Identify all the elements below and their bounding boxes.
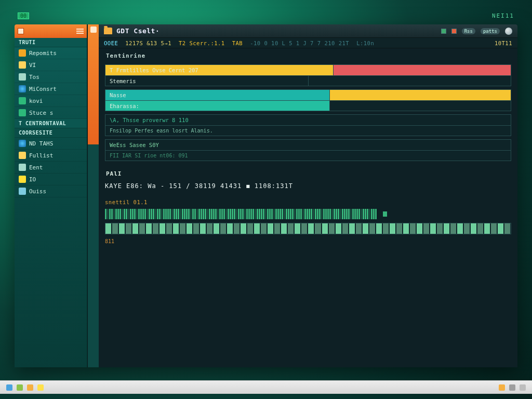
folder-icon xyxy=(19,61,26,69)
tab-label[interactable]: TAB xyxy=(232,40,243,46)
doc-icon xyxy=(19,164,26,171)
content-area: Tentinrine T Frmtlilles Ovse Cernt 207 S… xyxy=(99,48,517,367)
gutter-icon xyxy=(90,26,97,33)
line-text: Fnsilop Perfes easn losrt Alanis. xyxy=(105,125,511,136)
task-icon[interactable] xyxy=(37,384,44,391)
sidebar-item-eent[interactable]: Eent xyxy=(15,162,87,174)
panel-3: \A, Thsse proverwr 8 110 Fnsilop Perfes … xyxy=(105,114,511,136)
panel-1: T Frmtlilles Ovse Cernt 207 Stemeris xyxy=(105,64,511,86)
sidebar: Truti Repomits VI Tos MiConsrt kovi Stuc… xyxy=(15,24,87,367)
panel-4: WeEss Sasee S0Y FII IAR SI rioe nt06: 09… xyxy=(105,139,511,161)
cell-label[interactable]: Nasse xyxy=(105,90,330,100)
task-icon[interactable] xyxy=(17,384,23,391)
sun-icon xyxy=(19,176,26,183)
sidebar-item-stuce[interactable]: Stuce s xyxy=(15,107,87,119)
line-text: FII IAR SI rioe nt06: 091 xyxy=(105,150,511,161)
app-icon xyxy=(19,49,26,57)
sidebar-item-label: IO xyxy=(29,176,36,183)
doc-icon xyxy=(19,73,26,81)
tray-icon[interactable] xyxy=(520,384,526,391)
os-clock-label: NEI11 xyxy=(492,12,514,19)
settings-icon[interactable] xyxy=(505,28,512,35)
section-header: PAlI xyxy=(105,169,511,179)
line-text: WeEss Sasee S0Y xyxy=(105,140,511,150)
sidebar-item-miconsrt[interactable]: MiConsrt xyxy=(15,83,87,95)
status-icon xyxy=(441,29,446,34)
sidebar-item-repomits[interactable]: Repomits xyxy=(15,47,87,59)
sidebar-item-kovi[interactable]: kovi xyxy=(15,95,87,107)
sidebar-item-label: Repomits xyxy=(29,50,57,57)
sidebar-item-label: Fullist xyxy=(29,152,53,159)
task-icon[interactable] xyxy=(6,384,12,391)
cell-empty xyxy=(309,75,511,86)
panel-2: Nasse Eharassa: xyxy=(105,89,511,111)
sidebar-category-mid: T centrontaval xyxy=(15,119,87,128)
app-window: Truti Repomits VI Tos MiConsrt kovi Stuc… xyxy=(15,24,517,367)
status-icon xyxy=(451,29,457,34)
user-icon xyxy=(19,188,26,195)
sidebar-item-io[interactable]: IO xyxy=(15,174,87,185)
section-header: Tentinrine xyxy=(105,51,511,61)
tray-icon[interactable] xyxy=(509,384,515,391)
os-taskbar[interactable] xyxy=(0,380,532,394)
titlebar: GDT Cselt· Rss patts xyxy=(99,24,517,38)
terminal-icon xyxy=(19,109,26,116)
terminal-icon xyxy=(19,97,26,104)
sidebar-item-label: Ouiss xyxy=(29,188,46,195)
globe-icon xyxy=(19,140,26,147)
os-badge: 00 xyxy=(18,12,29,19)
sidebar-category-top: Truti xyxy=(15,38,87,47)
sidebar-item-vi[interactable]: VI xyxy=(15,59,87,71)
cell-caption: Eharassa: xyxy=(105,100,330,111)
cell-status[interactable] xyxy=(330,90,511,100)
sidebar-category-mid2: Coorsesite xyxy=(15,128,87,138)
task-icon[interactable] xyxy=(27,384,33,391)
cell-status[interactable] xyxy=(334,65,511,75)
sidebar-item-ouiss[interactable]: Ouiss xyxy=(15,185,87,197)
sidebar-item-ndtahs[interactable]: ND TAHS xyxy=(15,138,87,150)
signal-label: snettil 01.1 xyxy=(105,199,511,205)
timecode-label: 10T11 xyxy=(495,40,512,46)
gutter-strip xyxy=(87,24,99,367)
status-badge[interactable]: patts xyxy=(481,28,500,34)
sidebar-item-tos[interactable]: Tos xyxy=(15,71,87,83)
progress-bar[interactable] xyxy=(105,223,511,234)
status-badge[interactable]: Rss xyxy=(462,28,475,34)
number-label: 1217S &13 5→1 xyxy=(125,40,171,46)
info-strip: OOEE 1217S &13 5→1 T2 Scerr.:1.1 TAB -10… xyxy=(99,38,517,48)
app-icon xyxy=(18,28,24,34)
code-label: OOEE xyxy=(104,40,118,46)
sidebar-item-label: Tos xyxy=(29,74,39,81)
line-text: \A, Thsse proverwr 8 110 xyxy=(105,115,511,125)
sidebar-item-label: MiConsrt xyxy=(29,86,57,92)
cell-label[interactable]: T Frmtlilles Ovse Cernt 207 xyxy=(105,65,334,75)
editor-main: GDT Cselt· Rss patts OOEE 1217S &13 5→1 … xyxy=(99,24,517,367)
cell-caption: Stemeris xyxy=(105,75,309,86)
sidebar-item-label: Eent xyxy=(29,164,43,171)
tray-icon[interactable] xyxy=(499,384,505,391)
activity-barcode xyxy=(105,208,511,220)
sidebar-header xyxy=(15,24,87,38)
tab-label[interactable]: T2 Scerr.:1.1 xyxy=(179,40,225,46)
cell-empty xyxy=(330,100,511,111)
menu-icon[interactable] xyxy=(76,29,84,34)
sidebar-item-label: Stuce s xyxy=(29,110,53,116)
sidebar-item-label: kovi xyxy=(29,98,43,104)
sidebar-item-label: VI xyxy=(29,62,36,69)
folder-icon xyxy=(104,28,112,34)
window-title: GDT Cselt· xyxy=(116,27,159,35)
footer-label: 811 xyxy=(105,238,511,244)
sidebar-item-fullist[interactable]: Fullist xyxy=(15,150,87,162)
length-label: L:10n xyxy=(356,40,374,46)
sidebar-item-label: ND TAHS xyxy=(29,140,53,147)
os-menubar: 00 NEI11 xyxy=(15,12,517,24)
folder-icon xyxy=(19,152,26,159)
metric-line: KAYE E86: Wa - 151 / 38119 41431 ◼ 1108:… xyxy=(105,182,511,190)
range-label: -10 0 10 L 5 1 J 7 7 210 21T xyxy=(250,40,349,46)
globe-icon xyxy=(19,85,26,92)
